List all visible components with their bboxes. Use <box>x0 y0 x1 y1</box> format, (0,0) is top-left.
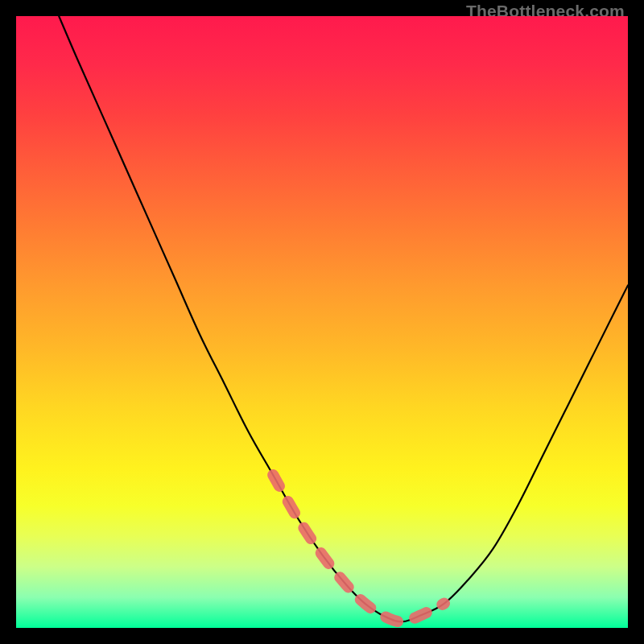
curve-svg <box>16 16 628 628</box>
bottleneck-curve <box>59 16 628 621</box>
chart-frame: TheBottleneck.com <box>0 0 644 644</box>
curve-highlight <box>273 475 444 621</box>
plot-area <box>16 16 628 628</box>
